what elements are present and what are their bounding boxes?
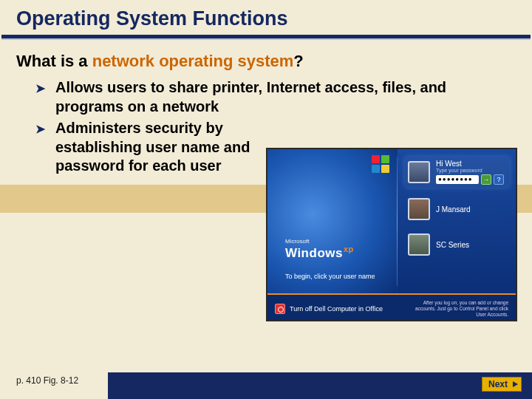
chevron-right-icon: ➤ xyxy=(35,122,45,176)
user-name: J Mansard xyxy=(436,205,507,214)
login-right-panel: Hi West Type your password ●●●●●●●● → ? … xyxy=(398,149,516,293)
question-line: What is a network operating system? xyxy=(0,40,532,75)
slide-footer: p. 410 Fig. 8-12 Next xyxy=(0,372,532,399)
windows-brand: Microsoft Windowsxp xyxy=(285,238,354,261)
windows-flag-icon xyxy=(372,155,389,173)
password-input[interactable]: ●●●●●●●● xyxy=(436,175,479,184)
turn-off-label: Turn off Dell Computer in Office xyxy=(290,305,383,313)
question-prefix: What is a xyxy=(16,52,92,70)
page-reference: p. 410 Fig. 8-12 xyxy=(0,375,78,399)
next-label: Next xyxy=(488,379,508,389)
footer-bar xyxy=(108,372,532,399)
password-help-icon[interactable]: ? xyxy=(494,174,504,185)
user-name: Hi West xyxy=(436,160,507,168)
bullet-text: Allows users to share printer, Internet … xyxy=(55,78,484,116)
bullet-text: Administers security by establishing use… xyxy=(55,119,262,176)
brand-small: Microsoft xyxy=(285,238,354,245)
power-icon xyxy=(275,304,285,314)
question-highlight: network operating system xyxy=(92,52,294,70)
avatar xyxy=(408,198,430,220)
brand-xp: xp xyxy=(344,245,354,253)
submit-arrow-icon[interactable]: → xyxy=(481,174,491,185)
avatar xyxy=(408,161,430,183)
login-footer: Turn off Dell Computer in Office After y… xyxy=(267,293,516,321)
question-suffix: ? xyxy=(293,52,303,70)
bullet-item: ➤ Allows users to share printer, Interne… xyxy=(35,78,517,116)
user-tile[interactable]: J Mansard xyxy=(405,195,510,223)
turn-off-button[interactable]: Turn off Dell Computer in Office xyxy=(275,304,383,314)
play-triangle-icon xyxy=(513,381,518,387)
chevron-right-icon: ➤ xyxy=(35,81,45,116)
password-hint: Type your password xyxy=(436,168,507,173)
brand-main: Windows xyxy=(285,246,343,260)
user-tile-active[interactable]: Hi West Type your password ●●●●●●●● → ? xyxy=(405,157,510,188)
next-button[interactable]: Next xyxy=(482,377,522,392)
slide-title: Operating System Functions xyxy=(0,0,532,33)
login-screenshot: Microsoft Windowsxp To begin, click your… xyxy=(266,148,517,321)
begin-hint: To begin, click your user name xyxy=(285,273,375,280)
user-tile[interactable]: SC Series xyxy=(405,231,510,259)
login-left-panel: Microsoft Windowsxp To begin, click your… xyxy=(267,149,397,293)
user-name: SC Series xyxy=(436,241,507,249)
login-footer-hint: After you log on, you can add or change … xyxy=(412,300,508,317)
avatar xyxy=(408,233,430,256)
